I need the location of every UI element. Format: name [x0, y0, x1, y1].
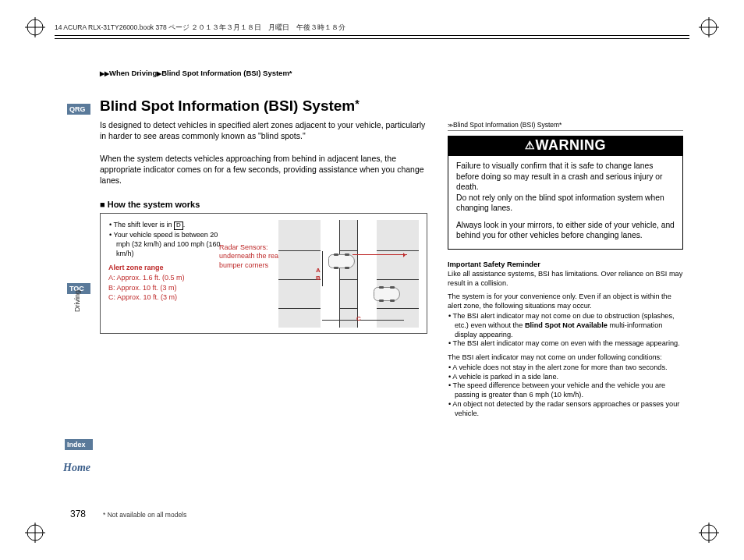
warning-box: ⚠WARNING Failure to visually confirm tha… — [448, 136, 683, 250]
header-text: 14 ACURA RLX-31TY26000.book 378 ページ ２０１３… — [55, 23, 345, 31]
reminder-cond-1: A vehicle does not stay in the alert zon… — [455, 363, 683, 373]
cropmark-icon — [699, 17, 719, 37]
arrow-icon — [353, 254, 407, 255]
sensor-label: Radar Sensors: underneath the rear bumpe… — [219, 243, 283, 270]
alert-zone-range-list: A: Approx. 1.6 ft. (0.5 m) B: Approx. 10… — [108, 273, 225, 301]
reminder-cond-4: An object not detected by the radar sens… — [455, 400, 683, 419]
reminder-cond-3: The speed difference between your vehicl… — [455, 381, 683, 400]
safety-reminder: Important Safety Reminder Like all assis… — [448, 261, 683, 418]
reminder-heading: Important Safety Reminder — [448, 261, 683, 270]
cropmark-icon — [25, 17, 45, 37]
warning-p2: Always look in your mirrors, to either s… — [456, 220, 675, 241]
own-car-icon — [328, 254, 355, 268]
warning-heading: ⚠WARNING — [448, 136, 682, 156]
page-title: Blind Spot Information (BSI) System* — [100, 97, 360, 115]
asterisk: * — [289, 69, 292, 77]
triangle-icon: ▶▶ — [100, 70, 109, 77]
diagram-conditions: The shift lever is in D. Your vehicle sp… — [108, 220, 225, 302]
cropmark-icon — [25, 523, 45, 543]
qrg-link[interactable]: QRG — [67, 104, 90, 115]
breadcrumb-b: Blind Spot Information (BSI) System — [161, 69, 289, 77]
label-a: A — [316, 267, 321, 274]
index-link[interactable]: Index — [65, 439, 93, 450]
warning-p1: Failure to visually confirm that it is s… — [456, 161, 675, 214]
double-chevron-icon: ≫ — [448, 122, 453, 128]
reminder-p2: The system is for your convenience only.… — [448, 292, 683, 311]
header-bar: 14 ACURA RLX-31TY26000.book 378 ページ ２０１３… — [55, 23, 689, 40]
reminder-p3: The BSI alert indicator may not come on … — [448, 353, 683, 363]
intro-paragraph-2: When the system detects vehicles approac… — [100, 153, 427, 186]
label-c: C — [356, 315, 361, 322]
page-number: 378 — [70, 509, 86, 519]
footnote: * Not available on all models — [103, 511, 186, 519]
section-tab-driving: Driving — [73, 265, 81, 312]
intro-paragraph-1: Is designed to detect vehicles in specif… — [100, 119, 427, 141]
road-graphic: A B C — [278, 220, 419, 328]
cropmark-icon — [699, 523, 719, 543]
reminder-cond-2: A vehicle is parked in a side lane. — [455, 373, 683, 382]
alert-zone-range-title: Alert zone range — [108, 263, 225, 272]
condition-1: The shift lever is in D. — [116, 220, 225, 230]
diagram: The shift lever is in D. Your vehicle sp… — [100, 213, 427, 334]
breadcrumb-a: When Driving — [109, 69, 157, 77]
label-b: B — [316, 275, 321, 282]
home-link[interactable]: Home — [63, 462, 90, 474]
condition-2: Your vehicle speed is between 20 mph (32… — [116, 230, 225, 258]
other-car-icon — [374, 287, 400, 301]
reminder-bullet-2: The BSI alert indicator may come on even… — [455, 339, 683, 349]
reminder-p1: Like all assistance systems, BSI has lim… — [448, 270, 683, 289]
breadcrumb: ▶▶When Driving▶Blind Spot Information (B… — [100, 69, 292, 77]
how-works-heading: ■ How the system works — [100, 200, 200, 209]
warning-triangle-icon: ⚠ — [525, 139, 536, 151]
right-breadcrumb: ≫Blind Spot Information (BSI) System* — [448, 121, 683, 131]
reminder-bullet-1: The BSI alert indicator may not come on … — [455, 312, 683, 339]
